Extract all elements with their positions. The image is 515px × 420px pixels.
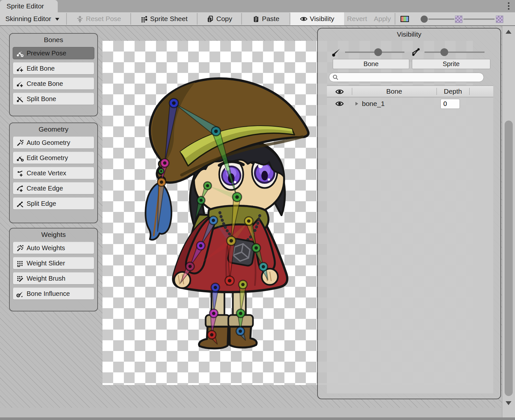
split-edge-icon <box>16 200 24 207</box>
row-eye-icon[interactable] <box>335 99 344 108</box>
revert-button[interactable]: Revert <box>344 12 370 25</box>
button-label: Weight Brush <box>27 275 66 282</box>
chevron-down-icon <box>54 15 61 23</box>
scroll-down-arrow[interactable] <box>506 401 511 405</box>
split-bone-icon <box>16 95 24 103</box>
disclosure-triangle-icon[interactable] <box>353 100 360 107</box>
reset-pose-button[interactable]: Reset Pose <box>67 12 130 25</box>
tab-title: Sprite Editor <box>6 2 44 10</box>
button-label: Auto Geometry <box>27 139 70 146</box>
mesh-visibility-knob[interactable] <box>440 48 448 56</box>
depth-input[interactable] <box>441 99 460 109</box>
auto-weights-icon <box>16 244 24 252</box>
weights-panel: Weights Auto WeightsWeight SliderWeight … <box>9 228 98 311</box>
sprite-sheet-button[interactable]: Sprite Sheet <box>131 12 197 25</box>
button-label: Create Bone <box>27 80 63 88</box>
bone-influence-button[interactable]: Bone Influence <box>13 287 94 300</box>
copy-icon <box>207 15 214 23</box>
visibility-button[interactable]: Visibility <box>290 12 344 25</box>
search-input[interactable] <box>339 74 481 81</box>
weight-brush-button[interactable]: Weight Brush <box>13 272 94 285</box>
auto-geometry-button[interactable]: Auto Geometry <box>13 136 94 149</box>
visibility-panel-title: Visibility <box>318 29 500 38</box>
geometry-panel-title: Geometry <box>10 123 97 134</box>
visibility-column-eye-icon[interactable] <box>335 88 344 96</box>
create-vertex-button[interactable]: Create Vertex <box>13 167 94 179</box>
edit-geometry-icon <box>16 154 24 162</box>
slider-line <box>463 18 495 20</box>
preview-pose-button[interactable]: Preview Pose <box>13 47 94 59</box>
weight-slider-button[interactable]: Weight Slider <box>13 257 94 269</box>
toolbar: Skinning Editor Reset Pose Sprite Sheet … <box>0 12 515 26</box>
create-edge-button[interactable]: Create Edge <box>13 182 94 194</box>
preview-pose-icon <box>16 50 24 57</box>
tab-strip: Sprite Editor <box>0 0 515 12</box>
editor-viewport[interactable]: Bones Preview PoseEdit BoneCreate BoneSp… <box>0 26 502 408</box>
tab-sprite-editor[interactable]: Sprite Editor <box>0 0 58 12</box>
tab-sprite[interactable]: Sprite <box>412 59 490 69</box>
button-label: Bone Influence <box>27 290 70 298</box>
eye-icon <box>300 15 307 23</box>
search-icon <box>332 74 339 81</box>
copy-button[interactable]: Copy <box>198 12 241 25</box>
sprite-sheet-icon <box>140 15 148 23</box>
visibility-panel: Visibility Bone Sprite <box>317 28 501 399</box>
paste-icon <box>252 15 260 23</box>
paste-button[interactable]: Paste <box>242 12 290 25</box>
create-bone-button[interactable]: Create Bone <box>13 77 94 90</box>
button-label: Split Edge <box>27 200 56 207</box>
vertical-scroll-thumb[interactable] <box>505 121 513 396</box>
window-bottom-edge <box>0 417 515 420</box>
kebab-menu-icon[interactable] <box>508 2 510 11</box>
button-label: Auto Weights <box>27 244 65 252</box>
bone-table-header: Bone Depth <box>327 86 493 97</box>
bones-panel-title: Bones <box>10 34 97 45</box>
create-bone-icon <box>16 80 24 88</box>
auto-geometry-icon <box>16 139 24 146</box>
color-mode-swatch[interactable] <box>401 16 409 22</box>
button-label: Preview Pose <box>27 50 66 57</box>
column-header-bone[interactable]: Bone <box>352 86 437 97</box>
button-label: Create Vertex <box>27 169 66 177</box>
search-field[interactable] <box>329 73 484 82</box>
bone-solid-icon <box>331 47 341 57</box>
slider-line <box>425 52 485 53</box>
opacity-sliders <box>414 12 515 25</box>
bone-influence-icon <box>16 290 24 298</box>
weights-panel-title: Weights <box>10 228 97 240</box>
scroll-up-arrow[interactable] <box>506 30 511 34</box>
vertical-scrollbar[interactable] <box>502 26 515 417</box>
split-bone-button[interactable]: Split Bone <box>13 93 94 105</box>
color-mode-swatch-wrap <box>395 12 414 25</box>
bone-outline-icon <box>411 47 420 57</box>
split-edge-button[interactable]: Split Edge <box>13 197 94 210</box>
button-label: Split Bone <box>27 95 56 103</box>
visibility-sliders <box>318 46 500 59</box>
skinning-editor-dropdown[interactable]: Skinning Editor <box>0 12 66 25</box>
sprite-opacity-icon <box>455 16 462 23</box>
weight-slider-icon <box>16 260 24 267</box>
geometry-panel: Geometry Auto GeometryEdit GeometryCreat… <box>9 122 98 223</box>
edit-bone-button[interactable]: Edit Bone <box>13 62 94 75</box>
weight-brush-icon <box>16 275 24 282</box>
auto-weights-button[interactable]: Auto Weights <box>13 242 94 254</box>
slider-line <box>428 18 454 20</box>
person-icon <box>76 15 84 23</box>
bone-opacity-knob[interactable] <box>421 16 428 23</box>
texture-opacity-icon <box>496 16 503 23</box>
create-vertex-icon <box>16 169 24 177</box>
table-row-bone-1[interactable]: bone_1 <box>327 97 493 110</box>
tab-bone[interactable]: Bone <box>333 59 409 69</box>
bone-name: bone_1 <box>362 100 385 108</box>
button-label: Edit Bone <box>27 65 55 72</box>
bone-visibility-knob[interactable] <box>374 48 382 56</box>
button-label: Edit Geometry <box>27 154 68 162</box>
button-label: Create Edge <box>27 185 63 192</box>
button-label: Weight Slider <box>27 260 65 267</box>
edit-bone-icon <box>16 65 24 72</box>
apply-button[interactable]: Apply <box>370 12 395 25</box>
column-header-depth[interactable]: Depth <box>437 86 469 97</box>
sprite-editor-window: Sprite Editor Skinning Editor Reset Pose… <box>0 0 515 420</box>
edit-geometry-button[interactable]: Edit Geometry <box>13 152 94 164</box>
bone-tree: Bone Depth bone_1 <box>327 86 493 393</box>
